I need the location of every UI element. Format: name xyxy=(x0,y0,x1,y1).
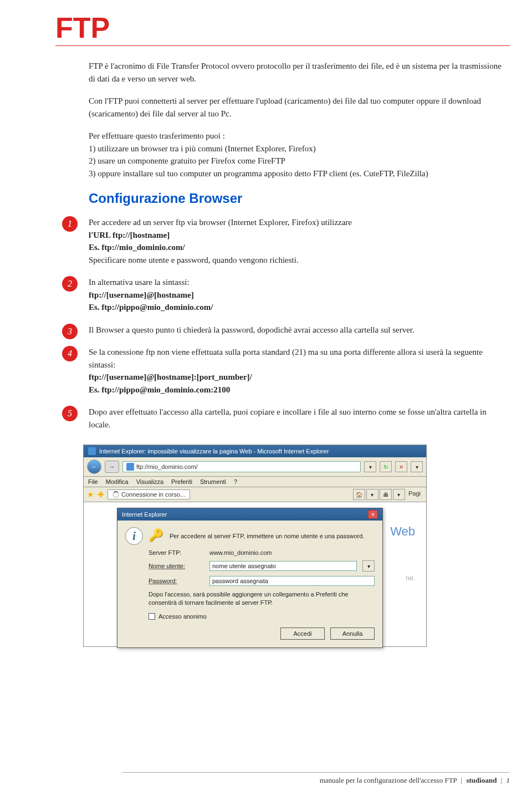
back-button[interactable]: ← xyxy=(87,460,101,474)
separator-icon: | xyxy=(461,776,463,784)
section-heading: Configurazione Browser xyxy=(89,191,510,206)
step-line-bold: Es. ftp://pippo@mio_dominio.com:2100 xyxy=(89,385,230,394)
info-icon: i xyxy=(125,527,143,545)
page-button[interactable]: ▾ xyxy=(393,489,405,500)
dialog-body: i Per accedere al server FTP, immettere … xyxy=(117,521,382,647)
pass-label: Password: xyxy=(149,578,204,584)
bullet-icon: 4 xyxy=(62,346,78,361)
key-icon xyxy=(149,528,164,544)
refresh-button[interactable]: ↻ xyxy=(380,461,392,472)
tab-label: Connessione in corso... xyxy=(121,491,185,498)
footer-page: 1 xyxy=(507,776,510,784)
stop-button[interactable]: ✕ xyxy=(395,461,407,472)
user-dropdown[interactable]: ▾ xyxy=(362,560,375,572)
separator-icon: | xyxy=(501,776,503,784)
step-line: Se la conessione ftp non viene effettuat… xyxy=(89,348,483,369)
web-text: Web xyxy=(390,524,415,539)
close-button[interactable]: × xyxy=(368,510,378,519)
window-titlebar: Internet Explorer: impossibile visualizz… xyxy=(84,445,426,457)
pass-row: Password: password assegnata xyxy=(149,576,375,586)
anon-checkbox[interactable] xyxy=(149,613,155,620)
step-line-bold: Es. ftp://mio_dominio.com/ xyxy=(89,243,185,252)
ie-icon xyxy=(88,447,96,455)
loading-icon xyxy=(112,491,119,498)
step-line: Dopo aver effettuato l'accesso alla cart… xyxy=(89,407,487,429)
pass-input[interactable]: password assegnata xyxy=(209,576,375,586)
forward-button[interactable]: → xyxy=(105,461,119,473)
page-footer: manuale per la configurazione dell'acces… xyxy=(122,772,510,785)
step-text: Se la conessione ftp non viene effettuat… xyxy=(89,346,510,396)
bullet-icon: 3 xyxy=(62,324,78,339)
step-line-bold: ftp://[username]@[hostname]:[port_number… xyxy=(89,373,252,381)
step-line: Il Browser a questo punto ti chiederà la… xyxy=(89,325,415,334)
step-text: Il Browser a questo punto ti chiederà la… xyxy=(89,324,510,336)
menu-file[interactable]: File xyxy=(88,478,98,485)
feeds-button[interactable]: ▾ xyxy=(366,489,378,500)
step-line: Per accedere ad un server ftp via browse… xyxy=(89,218,352,227)
anon-row: Accesso anonimo xyxy=(149,613,375,620)
toolbar-right: 🏠 ▾ 🖶 ▾ Pagi xyxy=(353,489,423,500)
search-dropdown[interactable]: ▾ xyxy=(411,461,423,472)
address-bar[interactable]: ftp://mio_dominio.com/ xyxy=(122,461,361,472)
step-4: 4 Se la conessione ftp non viene effettu… xyxy=(89,346,510,396)
page-title: FTP xyxy=(55,11,510,46)
window-title: Internet Explorer: impossibile visualizz… xyxy=(99,448,329,455)
star-icon[interactable]: ★ xyxy=(87,490,94,499)
menu-bar: File Modifica Visualizza Preferiti Strum… xyxy=(84,477,426,487)
step-line: Specificare nome utente e password, quan… xyxy=(89,256,299,264)
cancel-button[interactable]: Annulla xyxy=(330,627,375,640)
add-favorite-icon[interactable]: ✚ xyxy=(98,490,104,499)
footer-text: manuale per la configurazione dell'acces… xyxy=(320,776,457,784)
intro-paragraph-3: Per effettuare questo trasferimento puoi… xyxy=(89,130,510,180)
tab[interactable]: Connessione in corso... xyxy=(108,489,190,499)
ie-window: Internet Explorer: impossibile visualizz… xyxy=(83,445,427,647)
anon-label: Accesso anonimo xyxy=(158,613,207,620)
server-row: Server FTP: www.mio_dominio.com xyxy=(149,549,375,556)
dialog-title: Internet Explorer xyxy=(122,511,167,518)
page-label: Pagi xyxy=(406,489,423,500)
auth-dialog: Internet Explorer × i Per accedere al se… xyxy=(117,508,383,648)
intro-paragraph-2: Con l'FTP puoi connetterti al server per… xyxy=(89,95,510,120)
bullet-icon: 5 xyxy=(62,406,78,421)
step-text: Dopo aver effettuato l'accesso alla cart… xyxy=(89,406,510,431)
dropdown-button[interactable]: ▾ xyxy=(364,461,376,472)
footer-brand: studioand xyxy=(466,776,497,784)
step-line-bold: Es. ftp://pippo@mio_dominio.com/ xyxy=(89,303,213,312)
menu-view[interactable]: Visualizza xyxy=(136,478,163,485)
bullet-icon: 2 xyxy=(62,276,78,292)
step-line-bold: l'URL ftp://[hostname] xyxy=(89,231,170,239)
nav-bar: ← → ftp://mio_dominio.com/ ▾ ↻ ✕ ▾ xyxy=(84,457,426,477)
step-line-bold: ftp://[username]@[hostname] xyxy=(89,290,194,299)
content-area: FTP è l'acronimo di File Transfer Protoc… xyxy=(55,60,510,647)
menu-edit[interactable]: Modifica xyxy=(106,478,129,485)
user-input[interactable]: nome utente assegnato xyxy=(209,561,357,571)
dialog-titlebar: Internet Explorer × xyxy=(117,508,382,521)
step-1: 1 Per accedere ad un server ftp via brow… xyxy=(89,216,510,266)
step-text: Per accedere ad un server ftp via browse… xyxy=(89,216,510,266)
menu-tools[interactable]: Strumenti xyxy=(200,478,226,485)
dialog-note: Dopo l'accesso, sarà possibile aggiunger… xyxy=(149,590,375,608)
step-line: In alternativa usare la sintassi: xyxy=(89,278,190,287)
dialog-message: Per accedere al server FTP, immettere un… xyxy=(170,533,375,539)
user-label: Nome utente: xyxy=(149,563,204,569)
server-value: www.mio_dominio.com xyxy=(209,549,272,556)
intro-paragraph-1: FTP è l'acronimo di File Transfer Protoc… xyxy=(89,60,510,85)
menu-favorites[interactable]: Preferiti xyxy=(171,478,192,485)
menu-help[interactable]: ? xyxy=(234,478,237,485)
step-3: 3 Il Browser a questo punto ti chiederà … xyxy=(89,324,510,336)
step-5: 5 Dopo aver effettuato l'accesso alla ca… xyxy=(89,406,510,431)
dialog-message-row: i Per accedere al server FTP, immettere … xyxy=(125,527,375,545)
favorites-bar: ★ ✚ Connessione in corso... 🏠 ▾ 🖶 ▾ Pagi xyxy=(84,487,426,502)
address-text: ftp://mio_dominio.com/ xyxy=(136,463,198,470)
step-text: In alternativa usare la sintassi: ftp://… xyxy=(89,276,510,314)
home-button[interactable]: 🏠 xyxy=(353,489,365,500)
step-2: 2 In alternativa usare la sintassi: ftp:… xyxy=(89,276,510,314)
bullet-icon: 1 xyxy=(62,216,78,232)
print-button[interactable]: 🖶 xyxy=(380,489,392,500)
user-row: Nome utente: nome utente assegnato ▾ xyxy=(149,560,375,572)
dialog-buttons: Accedi Annulla xyxy=(125,625,375,642)
page-icon xyxy=(126,463,134,471)
login-button[interactable]: Accedi xyxy=(280,627,325,640)
gray-text: ne. xyxy=(406,574,415,582)
page-body: Web ne. Internet Explorer × i Per accede… xyxy=(84,502,426,646)
